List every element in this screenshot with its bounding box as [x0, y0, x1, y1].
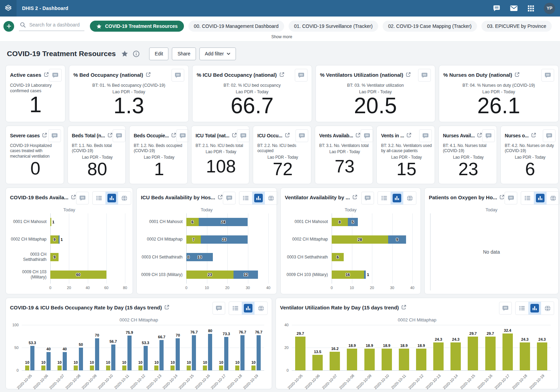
chart-view-button[interactable] — [534, 192, 547, 204]
pivot-table-button[interactable] — [378, 192, 391, 204]
dashboard-chip[interactable]: 00. COVID-19 Management Dashboard — [188, 21, 284, 32]
comment-button[interactable] — [499, 302, 512, 315]
open-in-app-icon[interactable] — [406, 72, 411, 77]
bar[interactable]: 18.9 — [416, 349, 426, 370]
dashboard-chip[interactable]: 03. EPICURVE by Province — [481, 21, 552, 32]
bar[interactable]: 18.9 — [382, 349, 392, 370]
open-in-app-icon[interactable] — [232, 133, 237, 138]
add-filter-button[interactable]: Add filter — [199, 47, 236, 60]
comment-button[interactable] — [295, 129, 308, 142]
chart-view-button[interactable] — [391, 192, 403, 204]
comment-button[interactable] — [212, 302, 225, 315]
bar[interactable]: 10 — [251, 365, 256, 370]
comment-button[interactable] — [113, 129, 125, 142]
messages-icon[interactable] — [510, 4, 518, 12]
pivot-table-button[interactable] — [239, 192, 252, 204]
bar[interactable]: 32.4 — [502, 333, 513, 370]
bar[interactable]: 10 — [203, 365, 207, 370]
star-icon[interactable] — [121, 50, 128, 57]
bar[interactable]: 18.9 — [347, 349, 357, 370]
bar[interactable]: 24.3 — [433, 342, 444, 370]
comment-button[interactable] — [419, 129, 432, 142]
comment-button[interactable] — [505, 192, 517, 204]
dashboard-chip[interactable]: 01. COVID-19 Surveillance (Tracker) — [289, 21, 378, 32]
comment-button[interactable] — [361, 129, 373, 142]
share-button[interactable]: Share — [172, 47, 196, 60]
bar-segment[interactable]: 24 — [199, 218, 248, 226]
map-view-button[interactable] — [118, 192, 131, 204]
dashboard-chip[interactable]: 02. COVID-19 Case Mapping (Tracker) — [383, 21, 477, 32]
open-in-app-icon[interactable] — [406, 133, 412, 138]
open-in-app-icon[interactable] — [218, 194, 223, 200]
dashboard-chip[interactable]: COVID-19 Treatment Resources — [90, 21, 184, 32]
map-view-button[interactable] — [541, 302, 554, 315]
bar[interactable]: 10 — [219, 365, 223, 370]
comment-button[interactable] — [223, 192, 236, 204]
chart-view-button[interactable] — [242, 302, 255, 315]
bar-segment[interactable]: 5 — [348, 218, 358, 226]
open-in-app-icon[interactable] — [146, 72, 151, 77]
bar-segment[interactable]: 13 — [186, 253, 213, 261]
comment-button[interactable] — [48, 129, 61, 142]
bar[interactable]: 40 — [63, 352, 67, 370]
bar[interactable]: 24.3 — [520, 342, 530, 370]
bar[interactable]: 10 — [25, 365, 29, 370]
bar[interactable]: 18.9 — [364, 349, 375, 370]
edit-button[interactable]: Edit — [149, 47, 168, 60]
comment-button[interactable] — [361, 192, 374, 204]
open-in-app-icon[interactable] — [44, 72, 49, 77]
bar-segment[interactable]: 23 — [186, 271, 234, 279]
comment-button[interactable] — [176, 129, 189, 142]
bar-segment[interactable]: 6 — [186, 218, 199, 226]
bar-segment[interactable]: 28 — [332, 235, 388, 244]
bar[interactable]: 29.7 — [295, 337, 305, 370]
comment-button[interactable] — [49, 69, 62, 82]
open-in-app-icon[interactable] — [164, 305, 169, 310]
pivot-table-button[interactable] — [516, 302, 528, 315]
bar[interactable]: 10 — [106, 365, 110, 370]
open-in-app-icon[interactable] — [352, 194, 357, 200]
chart-view-button[interactable] — [105, 192, 118, 204]
open-in-app-icon[interactable] — [171, 133, 176, 138]
pivot-table-button[interactable] — [521, 192, 534, 204]
map-view-button[interactable] — [403, 192, 416, 204]
bar-segment[interactable]: 1 — [50, 218, 51, 226]
open-in-app-icon[interactable] — [355, 133, 361, 138]
bar-segment[interactable]: 1 — [59, 235, 60, 244]
bar[interactable]: 66.7 — [159, 340, 164, 370]
bar[interactable]: 76.7 — [192, 335, 196, 370]
bar-segment[interactable]: 7 — [186, 235, 201, 244]
bar-segment[interactable]: 1 — [364, 271, 366, 279]
open-in-app-icon[interactable] — [71, 194, 76, 200]
bar[interactable]: 10 — [138, 365, 143, 370]
open-in-app-icon[interactable] — [515, 72, 520, 77]
bar[interactable]: 50 — [79, 348, 83, 370]
map-view-button[interactable] — [547, 192, 559, 204]
search-input[interactable] — [29, 22, 84, 28]
bar[interactable]: 10 — [58, 365, 62, 370]
comment-button[interactable] — [237, 129, 250, 142]
bar[interactable]: 10 — [187, 365, 191, 370]
bar-segment[interactable]: 12 — [234, 271, 258, 279]
open-in-app-icon[interactable] — [499, 194, 505, 200]
comment-button[interactable] — [482, 129, 495, 142]
bar[interactable]: 10 — [154, 365, 158, 370]
pivot-table-button[interactable] — [93, 192, 105, 204]
bar[interactable]: 56.7 — [111, 345, 115, 370]
bar[interactable]: 29.7 — [485, 337, 496, 370]
bar-segment[interactable]: 23 — [201, 235, 248, 244]
bar[interactable]: 53.3 — [30, 346, 34, 370]
chart-view-button[interactable] — [528, 302, 541, 315]
bar[interactable]: 10 — [90, 365, 94, 370]
bar[interactable]: 40 — [46, 352, 51, 370]
bar[interactable]: 13.5 — [312, 355, 323, 370]
interpretations-icon[interactable] — [493, 4, 500, 12]
bar[interactable]: 10 — [235, 365, 239, 370]
dhis2-logo[interactable] — [0, 0, 17, 17]
bar-segment[interactable]: 9 — [388, 235, 406, 244]
bar[interactable]: 76.7 — [240, 335, 245, 370]
bar[interactable]: 10 — [170, 365, 175, 370]
comment-button[interactable] — [418, 69, 431, 82]
bar[interactable]: 24.3 — [537, 342, 547, 370]
bar[interactable]: 10 — [122, 365, 126, 370]
